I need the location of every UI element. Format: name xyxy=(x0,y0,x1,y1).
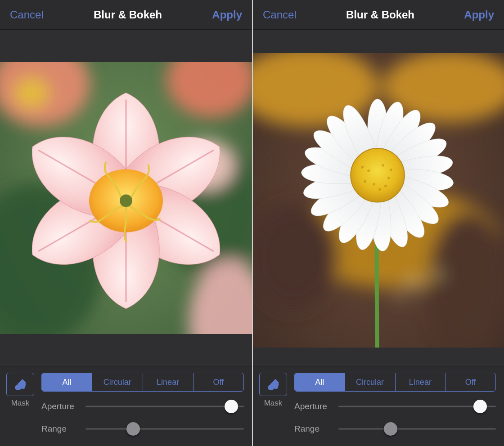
range-slider-row: Range xyxy=(294,421,496,437)
svg-point-9 xyxy=(120,195,132,207)
footer-controls: Mask All Circular Linear Off Aperture xyxy=(253,366,504,446)
screen-title: Blur & Bokeh xyxy=(94,9,162,21)
segment-linear[interactable]: Linear xyxy=(395,373,446,391)
segment-off[interactable]: Off xyxy=(445,373,495,391)
svg-point-24 xyxy=(373,183,375,186)
segment-linear[interactable]: Linear xyxy=(143,373,193,391)
aperture-slider[interactable] xyxy=(86,399,244,414)
aperture-slider-row: Aperture xyxy=(294,399,496,414)
aperture-slider-row: Aperture xyxy=(41,399,244,414)
svg-point-22 xyxy=(382,164,384,167)
segment-circular[interactable]: Circular xyxy=(345,373,395,391)
editor-panel-left: Cancel Blur & Bokeh Apply xyxy=(0,0,252,446)
mask-button[interactable] xyxy=(6,373,34,396)
header-bar: Cancel Blur & Bokeh Apply xyxy=(0,0,252,30)
svg-point-28 xyxy=(361,166,364,169)
aperture-label: Aperture xyxy=(41,401,79,411)
range-label: Range xyxy=(294,424,332,434)
preview-flower-tulip xyxy=(0,62,252,334)
cancel-button[interactable]: Cancel xyxy=(10,9,44,21)
segment-circular[interactable]: Circular xyxy=(92,373,142,391)
segment-off[interactable]: Off xyxy=(193,373,243,391)
mask-label: Mask xyxy=(264,399,283,408)
range-thumb[interactable] xyxy=(384,422,397,436)
svg-point-18 xyxy=(398,294,404,300)
svg-point-21 xyxy=(367,169,370,172)
mask-brush-icon xyxy=(266,377,281,392)
aperture-thumb[interactable] xyxy=(225,400,238,413)
svg-point-16 xyxy=(410,279,419,288)
apply-button[interactable]: Apply xyxy=(212,9,242,21)
svg-point-27 xyxy=(378,188,381,191)
apply-button[interactable]: Apply xyxy=(464,9,494,21)
blur-mode-segmented-control[interactable]: All Circular Linear Off xyxy=(294,373,496,392)
aperture-slider[interactable] xyxy=(338,399,496,414)
range-thumb[interactable] xyxy=(126,422,140,436)
svg-point-17 xyxy=(433,271,441,278)
svg-point-3 xyxy=(14,77,50,109)
svg-point-25 xyxy=(364,180,366,183)
svg-point-29 xyxy=(384,185,387,187)
range-label: Range xyxy=(41,424,79,434)
aperture-thumb[interactable] xyxy=(473,400,487,413)
segment-all[interactable]: All xyxy=(295,373,345,391)
header-bar: Cancel Blur & Bokeh Apply xyxy=(253,0,504,30)
editor-panel-right: Cancel Blur & Bokeh Apply xyxy=(252,0,504,446)
range-slider-row: Range xyxy=(41,421,244,437)
segment-all[interactable]: All xyxy=(42,373,92,391)
range-slider[interactable] xyxy=(338,421,496,437)
mask-button[interactable] xyxy=(259,373,287,396)
aperture-label: Aperture xyxy=(294,401,332,411)
svg-point-23 xyxy=(387,177,390,179)
svg-point-26 xyxy=(390,169,392,171)
screen-title: Blur & Bokeh xyxy=(346,9,414,21)
mask-label: Mask xyxy=(11,399,30,408)
footer-controls: Mask All Circular Linear Off Aperture xyxy=(0,366,252,446)
image-preview[interactable] xyxy=(0,30,252,366)
blur-mode-segmented-control[interactable]: All Circular Linear Off xyxy=(41,373,244,392)
preview-flower-daisy xyxy=(253,53,504,348)
mask-brush-icon xyxy=(13,377,28,392)
image-preview[interactable] xyxy=(253,30,504,366)
range-slider[interactable] xyxy=(86,421,244,437)
cancel-button[interactable]: Cancel xyxy=(263,9,297,21)
